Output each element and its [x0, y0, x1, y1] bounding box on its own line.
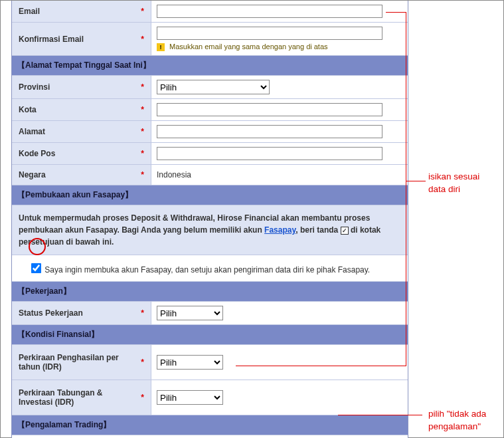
confirm-email-hint: ! Masukkan email yang sama dengan yang d… [157, 43, 402, 51]
section-trading: 【Pengalaman Trading】 [12, 415, 408, 435]
label-kota-text: Kota [19, 105, 37, 114]
required-mark: * [141, 127, 144, 136]
label-confirm-email: Konfirmasi Email * [12, 23, 151, 55]
required-mark: * [141, 170, 144, 179]
label-email-text: Email [19, 7, 40, 16]
row-penghasilan: Perkiraan Penghasilan per tahun (IDR) * … [12, 345, 408, 380]
annotation-hline-mid [406, 181, 426, 181]
label-status-pekerjaan-text: Status Pekerjaan [19, 308, 83, 318]
label-tabungan-text: Perkiraan Tabungan & Investasi (IDR) [19, 388, 137, 407]
row-kota: Kota * [12, 99, 408, 121]
label-kodepos-text: Kode Pos [19, 149, 55, 158]
row-confirm-email: Konfirmasi Email * ! Masukkan email yang… [12, 23, 408, 56]
alamat-input[interactable] [157, 125, 382, 138]
fasapay-instructions: Untuk mempermudah proses Deposit & Withd… [12, 205, 408, 255]
required-mark: * [141, 308, 144, 318]
fasapay-agree-row: Saya ingin membuka akun Fasapay, dan set… [12, 255, 408, 282]
row-status-pekerjaan: Status Pekerjaan * Pilih [12, 302, 408, 325]
row-email: Email * [12, 1, 408, 23]
annotation-data-diri: isikan sesuai data diri [428, 171, 479, 196]
trading-experience-row: Ada Pengalaman Tidak Ada Pengalaman [12, 435, 408, 438]
email-input[interactable] [157, 5, 382, 18]
provinsi-select[interactable]: Pilih [157, 80, 270, 94]
label-kota: Kota * [12, 99, 151, 120]
label-email: Email * [12, 1, 151, 22]
row-kodepos: Kode Pos * [12, 143, 408, 165]
required-mark: * [141, 82, 144, 92]
confirm-email-input[interactable] [157, 27, 382, 40]
instr-mid: , beri tanda [295, 225, 340, 235]
label-alamat-text: Alamat [19, 127, 45, 136]
fasapay-agree-checkbox[interactable] [31, 263, 42, 274]
fasapay-link[interactable]: Fasapay [264, 225, 295, 235]
status-pekerjaan-select[interactable]: Pilih [157, 306, 223, 320]
row-negara: Negara * Indonesia [12, 165, 408, 185]
row-provinsi: Provinsi * Pilih [12, 76, 408, 99]
kota-input[interactable] [157, 103, 382, 116]
label-tabungan: Perkiraan Tabungan & Investasi (IDR) * [12, 380, 151, 415]
confirm-email-hint-text: Masukkan email yang sama dengan yang di … [169, 43, 327, 51]
required-mark: * [141, 105, 144, 114]
required-mark: * [141, 35, 144, 44]
warning-icon: ! [157, 43, 165, 51]
section-fasapay: 【Pembukaan akun Fasapay】 [12, 185, 408, 205]
section-finansial: 【Kondisi Finansial】 [12, 325, 408, 345]
label-status-pekerjaan: Status Pekerjaan * [12, 302, 151, 324]
registration-form: Email * Konfirmasi Email * ! Masukkan em… [11, 1, 408, 438]
label-provinsi: Provinsi * [12, 76, 151, 98]
label-confirm-email-text: Konfirmasi Email [19, 35, 84, 44]
tabungan-select[interactable]: Pilih [157, 390, 223, 405]
label-penghasilan: Perkiraan Penghasilan per tahun (IDR) * [12, 345, 151, 380]
annotation-tidak-ada: pilih "tidak ada pengalaman" [428, 408, 486, 433]
section-alamat: 【Alamat Tempat Tinggal Saat Ini】 [12, 56, 408, 76]
kodepos-input[interactable] [157, 147, 382, 160]
label-provinsi-text: Provinsi [19, 82, 50, 92]
label-kodepos: Kode Pos * [12, 143, 151, 164]
label-penghasilan-text: Perkiraan Penghasilan per tahun (IDR) [19, 353, 137, 372]
required-mark: * [141, 7, 144, 16]
label-negara: Negara * [12, 165, 151, 185]
row-tabungan: Perkiraan Tabungan & Investasi (IDR) * P… [12, 380, 408, 415]
section-pekerjaan: 【Pekerjaan】 [12, 282, 408, 302]
checkmark-icon: ✓ [341, 227, 349, 235]
required-mark: * [141, 393, 144, 402]
required-mark: * [141, 358, 144, 367]
label-negara-text: Negara [19, 170, 46, 179]
required-mark: * [141, 149, 144, 158]
negara-value: Indonesia [157, 170, 402, 179]
row-alamat: Alamat * [12, 121, 408, 143]
label-alamat: Alamat * [12, 121, 151, 142]
fasapay-agree-label[interactable]: Saya ingin membuka akun Fasapay, dan set… [44, 265, 370, 274]
penghasilan-select[interactable]: Pilih [157, 355, 223, 370]
